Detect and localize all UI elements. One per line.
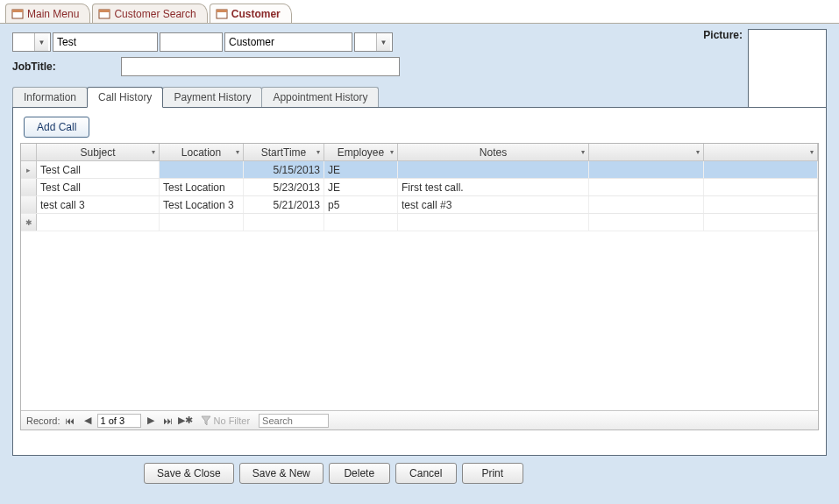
col-notes[interactable]: Notes▾ <box>398 144 589 160</box>
title-prefix-combo[interactable]: ▼ <box>12 32 51 52</box>
row-selector[interactable] <box>21 196 37 213</box>
col-label: Location <box>181 146 221 159</box>
button-label: Delete <box>344 467 374 479</box>
col-starttime[interactable]: StartTime▾ <box>244 144 324 160</box>
col-extra-2[interactable]: ▾ <box>704 144 819 160</box>
cell-location[interactable]: Test Location 3 <box>160 196 244 213</box>
first-name-input[interactable] <box>53 32 158 52</box>
svg-rect-1 <box>12 10 23 12</box>
record-position-input[interactable] <box>97 414 141 428</box>
row-selector[interactable]: ▸ <box>21 161 37 178</box>
new-row[interactable]: ✱ <box>21 214 818 231</box>
form-icon <box>98 8 110 20</box>
form-icon <box>11 8 24 20</box>
nav-last-button[interactable]: ⏭ <box>160 414 176 428</box>
chevron-down-icon: ▾ <box>810 148 814 156</box>
col-extra-1[interactable]: ▾ <box>589 144 704 160</box>
app-tab-strip: Main Menu Customer Search Customer <box>0 0 839 23</box>
cell-notes[interactable]: test call #3 <box>398 196 589 213</box>
detail-tabs: Information Call History Payment History… <box>12 87 827 456</box>
nav-prev-button[interactable]: ◀ <box>80 414 96 428</box>
picture-area: Picture: <box>703 29 827 108</box>
cell-subject[interactable]: Test Call <box>37 179 160 195</box>
cell-notes[interactable] <box>398 161 589 178</box>
no-filter-indicator: No Filter <box>201 415 251 426</box>
tab-label: Payment History <box>174 91 251 103</box>
row-selector[interactable] <box>21 179 37 195</box>
app-tab-label: Customer Search <box>114 8 196 20</box>
chevron-down-icon: ▼ <box>34 33 48 51</box>
cell-location[interactable] <box>160 161 244 178</box>
picture-label: Picture: <box>703 29 743 41</box>
middle-name-input[interactable] <box>160 32 223 52</box>
tab-call-history[interactable]: Call History <box>87 87 163 108</box>
col-label: Notes <box>480 146 507 159</box>
print-button[interactable]: Print <box>462 463 523 484</box>
add-call-button[interactable]: Add Call <box>24 117 89 138</box>
button-label: Save & Close <box>157 467 221 479</box>
app-tab-label: Main Menu <box>27 8 79 20</box>
form-icon <box>216 8 228 20</box>
chevron-down-icon: ▼ <box>376 33 390 51</box>
job-title-input[interactable] <box>121 57 400 76</box>
tab-information[interactable]: Information <box>12 87 88 107</box>
record-label: Record: <box>26 415 60 426</box>
cell-extra[interactable] <box>704 161 819 178</box>
cell-subject[interactable]: Test Call <box>37 161 160 178</box>
cell-extra[interactable] <box>589 196 704 213</box>
svg-rect-3 <box>99 10 110 12</box>
nav-first-button[interactable]: ⏮ <box>62 414 78 428</box>
cell-extra[interactable] <box>589 161 704 178</box>
cell-employee[interactable]: JE <box>324 179 398 195</box>
cell-employee[interactable]: p5 <box>324 196 398 213</box>
app-tab-label: Customer <box>231 8 281 20</box>
app-tab-customer[interactable]: Customer <box>210 4 292 23</box>
cell-extra[interactable] <box>704 196 819 213</box>
tab-label: Call History <box>98 91 152 103</box>
select-all-header[interactable] <box>21 144 37 160</box>
col-location[interactable]: Location▾ <box>160 144 244 160</box>
table-row[interactable]: Test Call Test Location 5/23/2013 JE Fir… <box>21 179 818 196</box>
nav-next-button[interactable]: ▶ <box>143 414 159 428</box>
cell-extra[interactable] <box>589 179 704 195</box>
cell-location[interactable]: Test Location <box>160 179 244 195</box>
save-new-button[interactable]: Save & New <box>239 463 324 484</box>
job-title-label: JobTitle: <box>12 60 119 73</box>
cell-extra[interactable] <box>704 179 819 195</box>
col-subject[interactable]: Subject▾ <box>37 144 160 160</box>
row-selector-new[interactable]: ✱ <box>21 214 37 231</box>
tab-payment-history[interactable]: Payment History <box>162 87 262 107</box>
delete-button[interactable]: Delete <box>329 463 390 484</box>
table-row[interactable]: test call 3 Test Location 3 5/21/2013 p5… <box>21 196 818 214</box>
save-close-button[interactable]: Save & Close <box>144 463 234 484</box>
button-label: Print <box>481 467 503 479</box>
col-employee[interactable]: Employee▾ <box>324 144 398 160</box>
cell-starttime[interactable]: 5/15/2013 <box>244 161 324 178</box>
last-name-input[interactable] <box>224 32 352 52</box>
cell-starttime[interactable]: 5/23/2013 <box>244 179 324 195</box>
nav-new-button[interactable]: ▶✱ <box>178 414 194 428</box>
cell-notes[interactable]: First test call. <box>398 179 589 195</box>
suffix-input[interactable] <box>355 34 376 50</box>
record-navigator: Record: ⏮ ◀ ▶ ⏭ ▶✱ No Filter <box>21 410 818 429</box>
app-tab-customer-search[interactable]: Customer Search <box>92 4 207 23</box>
tab-label: Appointment History <box>273 91 367 103</box>
call-grid: Subject▾ Location▾ StartTime▾ Employee▾ … <box>20 143 819 430</box>
app-tab-main-menu[interactable]: Main Menu <box>5 4 90 23</box>
customer-form: ▼ ▼ JobTitle: Picture: Information Call … <box>0 23 839 504</box>
suffix-combo[interactable]: ▼ <box>354 32 393 52</box>
call-history-panel: Add Call Subject▾ Location▾ StartTime▾ E… <box>12 107 827 456</box>
form-footer-buttons: Save & Close Save & New Delete Cancel Pr… <box>144 463 827 484</box>
cell-starttime[interactable]: 5/21/2013 <box>244 196 324 213</box>
chevron-down-icon: ▾ <box>316 148 320 156</box>
tab-appointment-history[interactable]: Appointment History <box>261 87 379 107</box>
grid-search-input[interactable] <box>259 414 329 428</box>
table-row[interactable]: ▸ Test Call 5/15/2013 JE <box>21 161 818 179</box>
picture-box[interactable] <box>748 29 827 108</box>
cancel-button[interactable]: Cancel <box>395 463 457 484</box>
chevron-down-icon: ▾ <box>696 148 700 156</box>
cell-subject[interactable]: test call 3 <box>37 196 160 213</box>
title-prefix-input[interactable] <box>13 34 34 50</box>
chevron-down-icon: ▾ <box>236 148 239 156</box>
cell-employee[interactable]: JE <box>324 161 398 178</box>
